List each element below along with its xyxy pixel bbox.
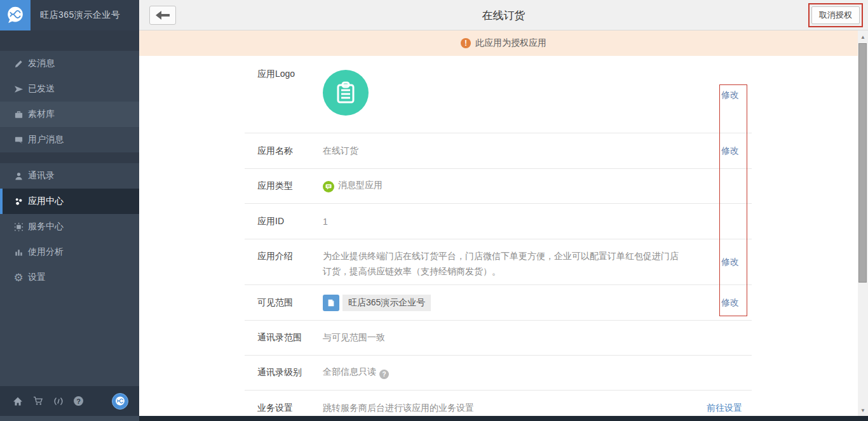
sidebar-item-label: 服务中心 — [28, 221, 64, 232]
row-label: 业务设置 — [245, 403, 323, 414]
back-button[interactable] — [149, 6, 176, 25]
row-label: 可见范围 — [245, 297, 323, 309]
scope-tag: 旺店365演示企业号 — [342, 295, 431, 311]
sidebar: 旺店365演示企业号 发消息 已发送 素材库 用户消息 — [0, 0, 139, 421]
sidebar-item-label: 设置 — [28, 272, 46, 283]
sidebar-item-label: 素材库 — [28, 109, 55, 120]
sidebar-item-app-center[interactable]: 应用中心 — [0, 189, 139, 214]
service-icon — [13, 222, 24, 232]
row-label: 应用类型 — [245, 180, 323, 192]
nav-group-admin: 通讯录 应用中心 服务中心 使用分析 ⚙ 设置 — [0, 163, 139, 290]
company-logo-icon[interactable] — [0, 0, 31, 30]
sidebar-item-user-messages[interactable]: 用户消息 — [0, 127, 139, 152]
chat-icon — [13, 135, 24, 145]
sidebar-item-send-message[interactable]: 发消息 — [0, 51, 139, 76]
app-type-value: 消息型应用 — [323, 180, 383, 192]
sidebar-gap — [0, 152, 139, 163]
sidebar-item-material-library[interactable]: 素材库 — [0, 102, 139, 127]
sidebar-item-sent[interactable]: 已发送 — [0, 76, 139, 102]
bottom-edge-strip — [139, 416, 868, 421]
row-app-logo: 应用Logo 修改 — [245, 57, 752, 133]
row-visible-scope: 可见范围 旺店365演示企业号 修改 — [245, 285, 752, 321]
row-app-name: 应用名称 在线订货 修改 — [245, 133, 752, 169]
send-icon — [13, 84, 24, 94]
sidebar-bottom-strip — [0, 416, 139, 421]
scrollbar-thumb[interactable] — [858, 43, 867, 283]
sidebar-item-usage-analytics[interactable]: 使用分析 — [0, 239, 139, 265]
chat-bubble-logo-icon — [4, 4, 26, 26]
sidebar-item-label: 发消息 — [28, 58, 55, 69]
app-logo-image — [323, 70, 369, 116]
app-name-value: 在线订货 — [323, 145, 358, 157]
gear-icon: ⚙ — [13, 272, 24, 283]
help-icon[interactable]: ? — [74, 396, 83, 406]
visible-scope-value: 旺店365演示企业号 — [323, 295, 431, 311]
business-settings-value: 跳转服务商后台进行该应用的业务设置 — [323, 403, 474, 414]
topbar: 在线订货 取消授权 — [139, 0, 868, 30]
clipboard-icon — [333, 80, 358, 105]
sidebar-item-label: 使用分析 — [28, 246, 64, 258]
page-title: 在线订货 — [139, 0, 868, 30]
bar-chart-icon — [13, 247, 24, 257]
apps-icon — [13, 196, 24, 206]
briefcase-icon — [13, 109, 24, 119]
row-label: 应用Logo — [245, 57, 323, 80]
sidebar-footer: ? — [0, 386, 139, 416]
row-contacts-level: 通讯录级别 全部信息只读? — [245, 356, 752, 391]
scroll-down-arrow-icon[interactable]: ▼ — [858, 406, 868, 415]
row-label: 通讯录级别 — [245, 367, 323, 378]
row-app-description: 应用介绍 为企业提供终端门店在线订货平台，门店微信下单更方便，企业可以配置订单红… — [245, 239, 752, 285]
row-label: 应用名称 — [245, 145, 323, 157]
modify-name-link[interactable]: 修改 — [721, 145, 739, 157]
notice-text: 此应用为授权应用 — [475, 37, 546, 49]
department-icon — [323, 295, 339, 311]
pencil-icon — [13, 58, 24, 69]
row-app-id: 应用ID 1 — [245, 204, 752, 239]
warning-icon: ! — [461, 38, 471, 48]
app-logo-value — [323, 57, 369, 116]
contacts-scope-value: 与可见范围一致 — [323, 332, 385, 344]
go-to-settings-link[interactable]: 前往设置 — [707, 403, 742, 414]
sidebar-gap — [0, 30, 139, 51]
annotation-rect-cancel: 取消授权 — [808, 3, 863, 27]
api-icon[interactable] — [53, 396, 64, 406]
scroll-up-arrow-icon[interactable]: ▲ — [858, 32, 868, 42]
sidebar-item-settings[interactable]: ⚙ 设置 — [0, 265, 139, 290]
row-app-type: 应用类型 消息型应用 — [245, 169, 752, 204]
sidebar-item-label: 已发送 — [28, 83, 55, 95]
modify-logo-link[interactable]: 修改 — [721, 90, 739, 101]
sidebar-item-service-center[interactable]: 服务中心 — [0, 214, 139, 239]
avatar-logo-icon — [114, 395, 126, 408]
row-label: 应用介绍 — [245, 239, 323, 262]
sidebar-item-label: 通讯录 — [28, 170, 55, 182]
row-contacts-scope: 通讯录范围 与可见范围一致 — [245, 321, 752, 356]
question-icon[interactable]: ? — [379, 370, 389, 379]
row-label: 应用ID — [245, 216, 323, 227]
modify-scope-link[interactable]: 修改 — [721, 297, 739, 309]
row-label: 通讯录范围 — [245, 332, 323, 344]
cart-icon[interactable] — [33, 396, 43, 406]
back-arrow-icon — [156, 11, 170, 20]
modify-description-link[interactable]: 修改 — [721, 257, 739, 268]
account-avatar[interactable] — [112, 393, 128, 410]
person-icon — [13, 171, 24, 181]
vertical-scrollbar[interactable]: ▲ ▼ — [858, 30, 868, 417]
nav-group-messages: 发消息 已发送 素材库 用户消息 — [0, 51, 139, 152]
company-name: 旺店365演示企业号 — [40, 10, 120, 21]
sidebar-item-label: 应用中心 — [28, 196, 64, 207]
app-type-text: 消息型应用 — [338, 180, 383, 190]
sidebar-item-contacts[interactable]: 通讯录 — [0, 163, 139, 189]
sidebar-item-label: 用户消息 — [28, 134, 64, 145]
contacts-level-text: 全部信息只读 — [323, 366, 376, 377]
home-icon[interactable] — [13, 396, 23, 406]
authorization-notice-bar: ! 此应用为授权应用 — [139, 30, 868, 56]
app-detail-panel: 应用Logo 修改 应用名称 在线订货 修改 应用类型 — [139, 56, 868, 417]
contacts-level-value: 全部信息只读? — [323, 366, 389, 379]
row-business-settings: 业务设置 跳转服务商后台进行该应用的业务设置 前往设置 — [245, 391, 752, 417]
sidebar-header: 旺店365演示企业号 — [0, 0, 139, 30]
app-description-value: 为企业提供终端门店在线订货平台，门店微信下单更方便，企业可以配置订单红包促进门店… — [323, 239, 682, 288]
app-id-value: 1 — [323, 217, 328, 227]
message-type-icon — [323, 181, 334, 192]
cancel-authorization-button[interactable]: 取消授权 — [811, 6, 860, 24]
